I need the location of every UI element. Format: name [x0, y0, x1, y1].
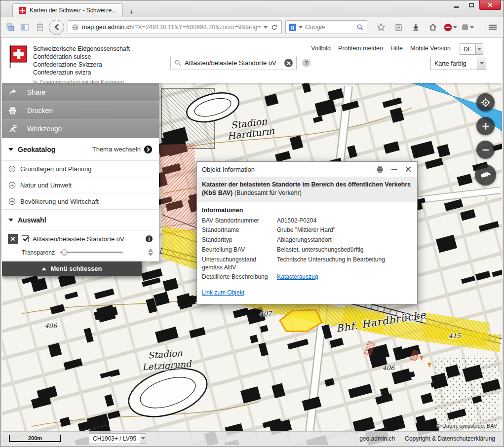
link-problem-melden[interactable]: Problem melden — [338, 45, 383, 52]
geocatalog-section[interactable]: Geokatalog Thema wechseln — [2, 138, 159, 161]
zoom-out-button[interactable] — [476, 141, 495, 159]
link-copyright[interactable]: Copyright & Datenschutzerklärung — [405, 435, 495, 442]
share-icon — [8, 88, 17, 97]
tools-icon — [8, 125, 17, 133]
search-icon[interactable] — [356, 24, 364, 31]
chevron-down-icon — [8, 148, 13, 151]
transparency-label: Transparenz — [22, 249, 55, 256]
link-zum-objekt[interactable]: Link zum Objekt — [202, 289, 244, 296]
catalog-item-natur[interactable]: Natur und Umwelt — [2, 177, 159, 193]
change-theme-link[interactable]: Thema wechseln — [92, 145, 153, 154]
default-extent-button[interactable] — [475, 164, 496, 186]
popup-header[interactable]: Objekt-Information — [197, 162, 417, 177]
geolocate-button[interactable] — [476, 93, 495, 112]
transparency-slider[interactable] — [60, 252, 123, 253]
chevron-right-circle-icon — [144, 145, 153, 154]
download-arrow-icon — [412, 23, 420, 32]
menu-button[interactable] — [486, 20, 500, 34]
bookmark-star-button[interactable] — [374, 20, 388, 34]
share-button[interactable]: Share — [2, 83, 159, 102]
slider-thumb[interactable] — [61, 249, 68, 256]
url-dropdown-icon[interactable] — [264, 26, 268, 29]
minus-icon — [391, 169, 397, 170]
map-style-select[interactable]: Karte farbig — [430, 57, 486, 70]
minus-icon — [482, 146, 490, 154]
star-icon — [377, 23, 386, 32]
home-button[interactable] — [426, 20, 440, 34]
close-icon — [405, 166, 412, 173]
bottom-bar: 200m CH1903+ / LV95 geo.admin.ch Copyrig… — [2, 431, 502, 445]
reload-icon[interactable] — [271, 24, 278, 31]
catalog-item-grundlagen[interactable]: Grundlagen und Planung — [2, 161, 159, 177]
chevron-down-icon — [141, 437, 145, 440]
window-sidebar-icon[interactable] — [19, 22, 31, 33]
adblock-dropdown-icon[interactable] — [453, 26, 457, 29]
map-search-input[interactable] — [185, 59, 281, 67]
search-engine-dropdown-icon[interactable] — [299, 26, 303, 29]
globe-icon — [72, 24, 79, 31]
katasterauszug-link[interactable]: Katasterauszug — [277, 273, 412, 281]
back-button[interactable] — [49, 20, 64, 35]
map-search-field[interactable] — [170, 56, 297, 70]
bookmarks-panel-button[interactable] — [391, 20, 405, 34]
minimize-button[interactable] — [450, 0, 464, 9]
popup-title: Objekt-Information — [202, 166, 376, 173]
print-object-button[interactable] — [376, 165, 384, 173]
tools-button[interactable]: Werkzeuge — [2, 120, 159, 138]
extension-button[interactable] — [461, 20, 474, 34]
browser-tab[interactable]: Karten der Schweiz - Schweize... — [12, 3, 123, 17]
label-elevation-407: 407 — [260, 310, 273, 317]
bookmarks-list-icon — [394, 23, 403, 32]
zoom-in-button[interactable] — [476, 117, 495, 135]
federal-logo[interactable]: Schweizerische Eidgenossenschaft Confédé… — [9, 45, 130, 85]
layer-visibility-checkbox[interactable] — [22, 235, 29, 242]
adblock-button[interactable] — [443, 20, 457, 34]
downloads-button[interactable] — [409, 20, 423, 34]
move-layer-up-icon[interactable] — [148, 249, 153, 252]
remove-layer-button[interactable] — [8, 234, 18, 244]
chevron-down-icon — [477, 48, 481, 50]
windows-icon[interactable] — [4, 22, 16, 33]
minimize-popup-button[interactable] — [390, 165, 398, 173]
selection-section[interactable]: Auswahl — [2, 210, 159, 230]
browser-search-input[interactable] — [305, 24, 354, 31]
help-icon[interactable]: ? — [302, 59, 310, 67]
close-popup-button[interactable] — [404, 165, 412, 173]
popup-section-title: Informationen — [202, 207, 412, 214]
hamburger-icon — [489, 24, 497, 31]
link-geoadmin[interactable]: geo.admin.ch — [359, 435, 395, 442]
search-icon — [174, 59, 182, 67]
scale-bar: 200m — [9, 435, 61, 442]
close-menu-button[interactable]: Menü schliessen — [2, 261, 142, 276]
link-vollbild[interactable]: Vollbild — [311, 45, 331, 52]
catalog-item-bevoelkerung[interactable]: Bevölkerung und Wirtschaft — [2, 193, 159, 210]
projection-select[interactable]: CH1903+ / LV95 — [89, 433, 146, 444]
close-window-button[interactable] — [479, 0, 501, 10]
home-icon — [428, 23, 437, 32]
org-name-line: Schweizerische Eidgenossenschaft — [33, 45, 130, 53]
language-select[interactable]: DE — [460, 43, 483, 55]
move-layer-down-icon[interactable] — [148, 253, 153, 256]
overlay-polluted-site-red[interactable] — [159, 144, 197, 234]
info-row: Untersuchungsstand gemäss AltlVTechnisch… — [202, 256, 412, 272]
clear-search-button[interactable] — [284, 59, 293, 67]
maximize-button[interactable] — [465, 0, 478, 9]
extension-dropdown-icon[interactable] — [470, 26, 474, 29]
print-button[interactable]: Drucken — [2, 102, 159, 120]
new-tab-button[interactable]: + — [124, 6, 138, 17]
url-bar[interactable]: map.geo.admin.ch/?X=249138.11&Y=680698.2… — [68, 20, 282, 34]
sidebar: Share Drucken Werkzeuge Geokatalog The — [2, 83, 159, 276]
clipboard-icon[interactable] — [34, 22, 45, 33]
google-icon[interactable]: g — [289, 24, 296, 31]
info-row: Detaillierte BeschreibungKatasterauszug — [202, 273, 412, 281]
browser-search-field[interactable]: g — [285, 20, 367, 34]
plus-icon — [482, 122, 490, 130]
link-mobile-version[interactable]: Mobile Version — [410, 45, 451, 52]
layer-label: Altlasten/belastete Standorte öV — [33, 235, 141, 243]
layer-info-icon[interactable] — [145, 235, 153, 243]
org-name-line: Confederazione Svizzera — [33, 61, 130, 69]
popup-layer-description: Kataster der belasteten Standorte im Ber… — [197, 177, 417, 202]
link-hilfe[interactable]: Hilfe — [390, 45, 403, 52]
adblock-icon — [444, 23, 452, 32]
printer-icon — [376, 166, 384, 173]
